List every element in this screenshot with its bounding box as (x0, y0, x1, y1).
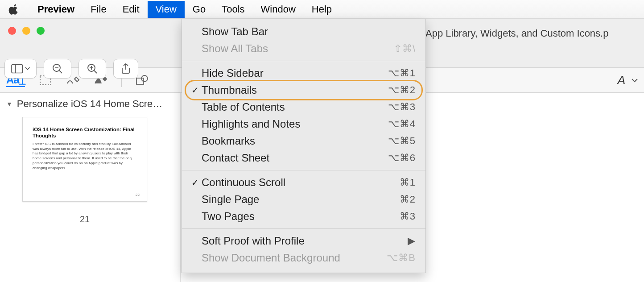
menu-shortcut: ⌥⌘5 (388, 135, 416, 147)
menu-item-label: Bookmarks (200, 135, 388, 147)
menu-item-label: Single Page (200, 193, 400, 206)
zoom-in-button[interactable] (78, 59, 106, 79)
menu-shortcut: ⌘1 (400, 177, 416, 188)
menu-shortcut: ⌥⌘3 (388, 101, 416, 113)
minimize-window-button[interactable] (22, 27, 30, 35)
menu-item-label: Table of Contents (200, 101, 388, 113)
menu-item-contact-sheet[interactable]: Contact Sheet⌥⌘6 (182, 149, 425, 166)
menu-shortcut: ⌘3 (400, 211, 416, 222)
menu-item-label: Show Document Background (200, 252, 387, 264)
menu-item-show-document-background: Show Document Background⌥⌘B (182, 249, 425, 266)
checkmark-icon: ✓ (190, 85, 200, 95)
checkmark-icon: ✓ (190, 177, 200, 188)
menu-separator (182, 61, 425, 61)
view-menu-dropdown: Show Tab BarShow All Tabs⇧⌘\Hide Sidebar… (182, 19, 426, 273)
menu-separator (182, 170, 425, 170)
menu-item-show-all-tabs: Show All Tabs⇧⌘\ (182, 40, 425, 57)
system-menubar: Preview FileEditViewGoToolsWindowHelp (0, 0, 644, 19)
menu-item-label: Continuous Scroll (200, 176, 400, 189)
menubar-item-view[interactable]: View (148, 1, 185, 18)
menu-item-label: Hide Sidebar (200, 67, 388, 79)
menu-item-label: Show Tab Bar (200, 25, 416, 38)
menu-item-soft-proof-with-profile[interactable]: Soft Proof with Profile▶ (182, 232, 425, 249)
font-style-button[interactable]: A (618, 73, 625, 87)
menubar-item-help[interactable]: Help (304, 1, 340, 18)
submenu-arrow-icon: ▶ (408, 235, 416, 247)
menu-shortcut: ⇧⌘\ (394, 43, 416, 54)
menu-shortcut: ⌥⌘B (387, 252, 416, 264)
menubar-item-tools[interactable]: Tools (214, 1, 252, 18)
menu-shortcut: ⌥⌘4 (388, 118, 416, 130)
menu-separator (182, 228, 425, 229)
thumb-heading: iOS 14 Home Screen Customization: Final … (33, 126, 137, 139)
zoom-out-button[interactable] (44, 59, 71, 79)
menu-shortcut: ⌘2 (400, 194, 416, 205)
menubar-app-name[interactable]: Preview (29, 1, 83, 18)
window-toolbar (4, 59, 138, 79)
menu-item-label: Thumbnails (200, 84, 388, 96)
menu-item-label: Two Pages (200, 210, 400, 223)
svg-line-6 (94, 70, 97, 73)
menu-item-two-pages[interactable]: Two Pages⌘3 (182, 208, 425, 225)
sidebar-doc-title: Personalize iOS 14 Home Scre… (17, 98, 162, 110)
menu-item-thumbnails[interactable]: ✓Thumbnails⌥⌘2 (182, 82, 425, 99)
menubar-item-window[interactable]: Window (253, 1, 304, 18)
thumb-page-number: 22 (136, 193, 140, 197)
menu-item-continuous-scroll[interactable]: ✓Continuous Scroll⌘1 (182, 174, 425, 191)
traffic-lights (8, 27, 45, 35)
window-title: App Library, Widgets, and Custom Icons.p (425, 28, 608, 39)
share-button[interactable] (113, 59, 138, 79)
disclosure-triangle-icon[interactable]: ▼ (6, 100, 12, 108)
menu-item-label: Show All Tabs (200, 42, 394, 55)
thumbnail-page-label: 21 (22, 202, 147, 224)
menu-item-label: Soft Proof with Profile (200, 235, 408, 247)
sidebar-view-button[interactable] (4, 59, 37, 79)
close-window-button[interactable] (8, 27, 16, 35)
menu-item-single-page[interactable]: Single Page⌘2 (182, 191, 425, 208)
sidebar-doc-header[interactable]: ▼ Personalize iOS 14 Home Scre… (4, 96, 176, 114)
menu-shortcut: ⌥⌘2 (388, 84, 416, 96)
menu-item-hide-sidebar[interactable]: Hide Sidebar⌥⌘1 (182, 65, 425, 82)
menu-item-show-tab-bar[interactable]: Show Tab Bar (182, 23, 425, 40)
menubar-item-go[interactable]: Go (185, 1, 214, 18)
thumb-body: I prefer iOS to Android for its security… (33, 142, 137, 171)
svg-point-11 (141, 75, 148, 82)
menu-item-label: Contact Sheet (200, 152, 388, 164)
menu-item-bookmarks[interactable]: Bookmarks⌥⌘5 (182, 133, 425, 149)
menubar-item-file[interactable]: File (83, 1, 114, 18)
svg-rect-0 (12, 65, 23, 73)
menu-item-table-of-contents[interactable]: Table of Contents⌥⌘3 (182, 99, 425, 116)
fullscreen-window-button[interactable] (37, 27, 45, 35)
menu-shortcut: ⌥⌘6 (388, 152, 416, 164)
menu-item-label: Highlights and Notes (200, 118, 388, 130)
apple-logo-icon[interactable] (8, 4, 29, 15)
menu-item-highlights-and-notes[interactable]: Highlights and Notes⌥⌘4 (182, 116, 425, 133)
page-thumbnail[interactable]: iOS 14 Home Screen Customization: Final … (22, 117, 147, 202)
svg-line-3 (59, 70, 62, 73)
chevron-down-icon (632, 78, 638, 83)
thumbnails-sidebar: ▼ Personalize iOS 14 Home Scre… iOS 14 H… (0, 93, 181, 282)
menu-shortcut: ⌥⌘1 (388, 67, 416, 79)
menubar-item-edit[interactable]: Edit (115, 1, 148, 18)
